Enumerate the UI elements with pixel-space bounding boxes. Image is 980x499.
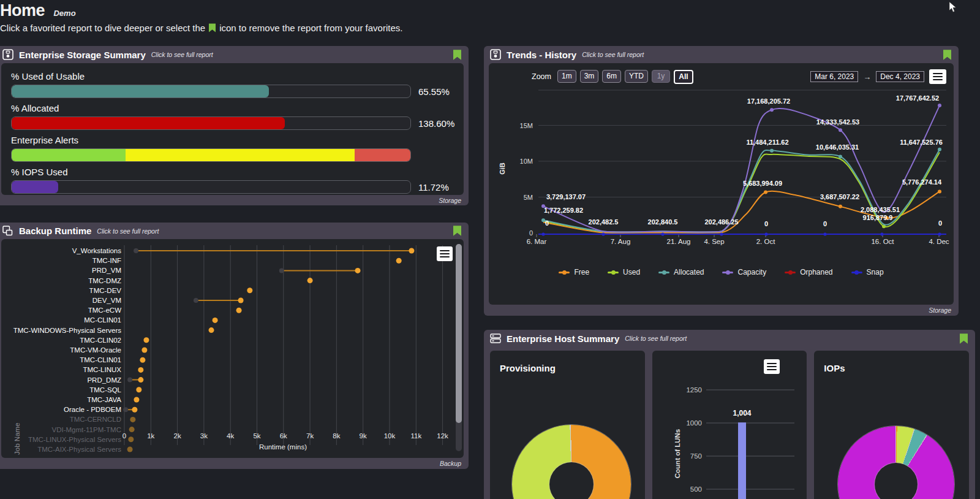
storage-summary-header[interactable]: Enterprise Storage Summary Click to see …	[0, 46, 469, 63]
progress-segment	[355, 149, 410, 161]
svg-text:Count of LUNs: Count of LUNs	[674, 429, 681, 478]
legend-item-free[interactable]: Free	[559, 268, 589, 276]
card-storage-summary: Enterprise Storage Summary Click to see …	[0, 46, 469, 205]
storage-summary-body: % Used of Usable65.55%% Allocated138.60%…	[1, 63, 464, 195]
zoom-button-1y[interactable]: 1y	[652, 70, 670, 83]
bar-value: 138.60%	[418, 118, 456, 129]
card-title: Trends - History	[507, 50, 576, 60]
legend-label: Capacity	[737, 268, 766, 276]
trends-toolbar: Zoom 1m3m6mYTD1yAll Mar 6, 2023 → Dec 4,…	[489, 63, 954, 84]
favorite-bookmark-icon[interactable]	[453, 50, 461, 60]
legend-label: Orphaned	[800, 268, 832, 276]
chart-context-menu-button[interactable]	[929, 69, 946, 84]
svg-text:Runtime (mins): Runtime (mins)	[259, 443, 307, 451]
svg-text:750: 750	[690, 452, 701, 460]
legend-swatch	[851, 272, 862, 273]
zoom-button-ytd[interactable]: YTD	[625, 70, 648, 83]
storage-icon	[490, 49, 501, 60]
data-label: 11,647,525.76	[900, 139, 943, 146]
backup-runtime-header[interactable]: Backup Runtime Click to see full report	[0, 223, 469, 239]
card-subtitle: Click to see full report	[582, 51, 644, 58]
job-name-label: TMC-DEV	[89, 287, 122, 294]
bar-label: % IOPS Used	[11, 167, 459, 177]
data-label: 0	[545, 219, 549, 227]
svg-text:4. Dec: 4. Dec	[929, 238, 949, 245]
svg-text:0: 0	[123, 432, 126, 440]
trends-history-chart: 05M10M15MGiB6. Mar7. Aug21. Aug4. Sep2. …	[489, 88, 954, 248]
chart-context-menu-button[interactable]	[764, 359, 780, 374]
job-name-label: V_Workstations	[72, 247, 122, 254]
luns-panel: 125010007505001,004Count of LUNs	[652, 351, 807, 499]
legend-swatch	[559, 272, 570, 273]
svg-text:6. Mar: 6. Mar	[527, 238, 547, 245]
zoom-button-6m[interactable]: 6m	[602, 70, 621, 83]
chart-scrollbar[interactable]	[456, 244, 462, 451]
legend-item-capacity[interactable]: Capacity	[722, 268, 766, 276]
data-label: 0	[764, 220, 768, 227]
data-label: 3,687,507.22	[820, 193, 859, 200]
trends-history-header[interactable]: Trends - History Click to see full repor…	[484, 46, 959, 63]
svg-text:3k: 3k	[200, 432, 208, 440]
legend-swatch	[785, 272, 796, 273]
bookmark-icon	[209, 23, 216, 32]
host-summary-header[interactable]: Enterprise Host Summary Click to see ful…	[484, 330, 975, 347]
data-label: 202,840.5	[648, 218, 678, 226]
zoom-button-1m[interactable]: 1m	[557, 70, 576, 83]
job-name-label: TMC-SQL	[89, 386, 121, 394]
date-from-input[interactable]: Mar 6, 2023	[810, 71, 858, 82]
zoom-button-3m[interactable]: 3m	[580, 70, 599, 83]
job-name-label: TMC-CLIN02	[80, 337, 121, 344]
card-host-summary: Enterprise Host Summary Click to see ful…	[484, 330, 975, 499]
svg-text:2. Oct: 2. Oct	[756, 238, 775, 245]
storage-summary-footer: Storage	[0, 195, 469, 205]
bar-row: 65.55%	[11, 85, 456, 98]
legend-item-orphaned[interactable]: Orphaned	[785, 268, 832, 276]
svg-text:16. Oct: 16. Oct	[871, 238, 894, 245]
legend-item-used[interactable]: Used	[608, 268, 640, 276]
legend-item-snap[interactable]: Snap	[851, 268, 884, 276]
card-title: Enterprise Host Summary	[507, 333, 619, 344]
svg-text:9k: 9k	[360, 432, 367, 440]
data-label: 10,646,035.31	[816, 143, 859, 151]
legend-label: Free	[574, 268, 589, 276]
card-trends-history: Trends - History Click to see full repor…	[484, 46, 959, 316]
chart-scrollbar-thumb[interactable]	[456, 244, 462, 423]
legend-item-allocated[interactable]: Allocated	[658, 268, 704, 276]
favorite-bookmark-icon[interactable]	[453, 226, 461, 236]
job-name-label: PRD_VM	[92, 267, 121, 274]
card-backup-runtime: Backup Runtime Click to see full report …	[0, 223, 469, 469]
date-to-input[interactable]: Dec 4, 2023	[876, 71, 924, 82]
svg-text:1k: 1k	[147, 432, 154, 440]
svg-text:2k: 2k	[174, 432, 181, 440]
svg-text:4. Sep: 4. Sep	[704, 238, 724, 245]
job-name-label: Oracle - PDBOEM	[64, 406, 121, 413]
favorite-bookmark-icon[interactable]	[943, 50, 951, 60]
progress-track	[11, 180, 411, 194]
bar-value: 65.55%	[418, 86, 456, 97]
iops-panel: IOPs	[814, 351, 969, 499]
chart-legend: FreeUsedAllocatedCapacityOrphanedSnap	[489, 268, 954, 276]
legend-swatch	[608, 272, 619, 273]
instruction-prefix: Click a favorited report to dive deeper …	[0, 23, 205, 33]
legend-swatch	[722, 272, 733, 273]
job-name-label: TMC-INF	[92, 257, 121, 264]
progress-track	[11, 148, 411, 162]
bar-label: Enterprise Alerts	[11, 135, 459, 145]
chart-context-menu-button[interactable]	[437, 246, 453, 261]
svg-text:1000: 1000	[686, 419, 702, 427]
zoom-label: Zoom	[532, 72, 551, 81]
bar-row: 11.72%	[11, 180, 456, 194]
trends-history-body: Zoom 1m3m6mYTD1yAll Mar 6, 2023 → Dec 4,…	[489, 63, 954, 305]
dashboard-page: Home Demo Click a favorited report to di…	[0, 0, 980, 499]
bar-row: 138.60%	[11, 116, 456, 130]
job-name-label: TMC-AIX-Physical Servers	[37, 446, 121, 453]
job-name-label: TMC-LINUX	[83, 366, 121, 373]
progress-fill	[12, 85, 269, 97]
storage-icon	[2, 49, 13, 60]
favorite-bookmark-icon[interactable]	[960, 333, 968, 344]
svg-text:4k: 4k	[227, 432, 234, 440]
svg-text:6k: 6k	[280, 432, 287, 440]
progress-fill	[12, 181, 58, 193]
svg-text:5k: 5k	[253, 432, 260, 440]
zoom-button-all[interactable]: All	[674, 70, 693, 84]
